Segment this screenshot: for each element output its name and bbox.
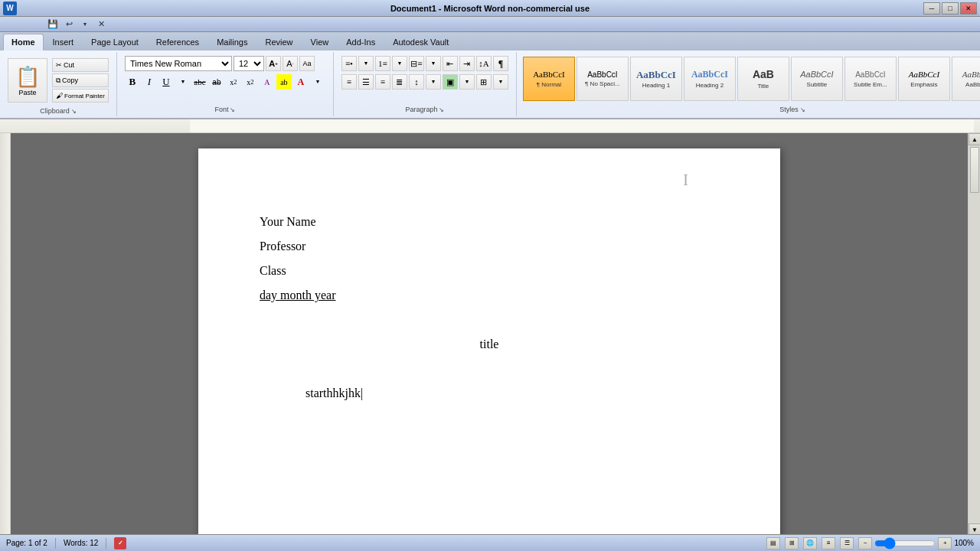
bullets-dropdown[interactable]: ▼ [358, 56, 374, 71]
font-grow-button[interactable]: A+ [266, 56, 281, 71]
more-underline-button[interactable]: ▼ [175, 74, 191, 90]
numbering-dropdown[interactable]: ▼ [392, 56, 407, 71]
view-draft-button[interactable]: ☰ [840, 537, 854, 549]
subscript-button[interactable]: x2 [226, 74, 241, 90]
view-print-button[interactable]: ▤ [766, 537, 780, 549]
styles-group: AaBbCcI ¶ Normal AaBbCcI ¶ No Spaci... A… [517, 52, 980, 116]
ribbon: Home Insert Page Layout References Maili… [0, 32, 980, 119]
borders-dropdown[interactable]: ▼ [493, 74, 508, 90]
style-heading2[interactable]: AaBbCcI Heading 2 [684, 57, 736, 101]
line-your-name[interactable]: Your Name [260, 210, 719, 234]
cut-button[interactable]: ✂ Cut [52, 58, 109, 72]
align-left-button[interactable]: ≡ [341, 74, 357, 90]
zoom-in-button[interactable]: + [938, 537, 952, 549]
font-format-row: B I U ▼ abc ab x2 x2 A ab A ▼ [125, 74, 325, 90]
tab-addins[interactable]: Add-Ins [338, 34, 384, 51]
tab-review[interactable]: Review [256, 34, 301, 51]
align-right-button[interactable]: ≡ [375, 74, 390, 90]
copy-label: Copy [62, 77, 78, 84]
zoom-out-button[interactable]: − [858, 537, 872, 549]
font-color-dropdown[interactable]: ▼ [310, 74, 325, 90]
qa-undo-dropdown[interactable]: ▼ [78, 18, 92, 31]
shading-button[interactable]: ▣ [443, 74, 458, 90]
strikethrough-button[interactable]: abc [192, 74, 207, 90]
word-proofing-icon[interactable]: ✓ [114, 537, 126, 549]
status-separator-1 [55, 538, 56, 549]
line-spacing-button[interactable]: ↕ [409, 74, 424, 90]
tab-references[interactable]: References [148, 34, 207, 51]
align-center-button[interactable]: ☰ [358, 74, 374, 90]
tab-view[interactable]: View [302, 34, 338, 51]
multilevel-dropdown[interactable]: ▼ [426, 56, 441, 71]
page-container[interactable]: I Your Name Professor Class day month ye… [11, 133, 968, 536]
tab-home[interactable]: Home [3, 34, 44, 51]
style-title[interactable]: AaB Title [737, 57, 789, 101]
clipboard-group-label: Clipboard ↘ [3, 106, 113, 116]
maximize-button[interactable]: □ [942, 2, 959, 15]
style-emphasis2[interactable]: AaBbCcI AaBbCcI [952, 57, 980, 101]
shading-dropdown[interactable]: ▼ [459, 74, 475, 90]
superscript-button[interactable]: x2 [243, 74, 258, 90]
clipboard-expand-icon[interactable]: ↘ [71, 108, 77, 115]
style-nospacing[interactable]: AaBbCcI ¶ No Spaci... [577, 57, 629, 101]
line-empty1[interactable] [260, 308, 719, 332]
borders-button[interactable]: ⊞ [476, 74, 492, 90]
highlight-button[interactable]: ab [276, 74, 292, 90]
style-subtle-em[interactable]: AaBbCcI Subtle Em... [844, 57, 897, 101]
line-spacing-dropdown[interactable]: ▼ [426, 74, 441, 90]
tab-page-layout[interactable]: Page Layout [83, 34, 147, 51]
format-painter-button[interactable]: 🖌 Format Painter [52, 89, 109, 103]
sort-button[interactable]: ↕A [476, 56, 492, 71]
font-family-select[interactable]: Times New Roman [125, 56, 232, 71]
qa-close-button[interactable]: ✕ [94, 18, 108, 31]
line-class[interactable]: Class [260, 259, 719, 283]
justify-button[interactable]: ≣ [392, 74, 407, 90]
numbering-button[interactable]: 1≡ [375, 56, 390, 71]
scroll-up-button[interactable]: ▲ [969, 133, 980, 145]
qa-undo-button[interactable]: ↩ [62, 18, 76, 31]
paragraph-expand-icon[interactable]: ↘ [439, 106, 444, 113]
tab-autodesk[interactable]: Autodesk Vault [384, 34, 457, 51]
close-button[interactable]: ✕ [960, 2, 977, 15]
decrease-indent-button[interactable]: ⇤ [443, 56, 458, 71]
italic-button[interactable]: I [142, 74, 157, 90]
view-fullscreen-button[interactable]: ⊞ [785, 537, 799, 549]
view-web-button[interactable]: 🌐 [803, 537, 817, 549]
multilevel-button[interactable]: ⊟≡ [409, 56, 424, 71]
clear-format-button[interactable]: Aa [299, 56, 315, 71]
increase-indent-button[interactable]: ⇥ [459, 56, 475, 71]
text-effect-button[interactable]: A [260, 74, 275, 90]
style-emphasis[interactable]: AaBbCcI Emphasis [898, 57, 950, 101]
scroll-track[interactable] [969, 145, 980, 523]
copy-button[interactable]: ⧉ Copy [52, 73, 109, 87]
line-title[interactable]: title [260, 332, 719, 357]
line-empty2[interactable] [260, 357, 719, 381]
style-heading1[interactable]: AaBbCcI Heading 1 [630, 57, 682, 101]
line-date[interactable]: day month year [260, 283, 719, 308]
styles-expand-icon[interactable]: ↘ [800, 106, 805, 113]
minimize-button[interactable]: ─ [923, 2, 940, 15]
underline-button[interactable]: U [158, 74, 174, 90]
zoom-slider[interactable] [874, 539, 936, 548]
line-body[interactable]: starthhkjhk [305, 381, 719, 406]
line-professor[interactable]: Professor [260, 234, 719, 259]
tab-mailings[interactable]: Mailings [208, 34, 256, 51]
bold-button[interactable]: B [125, 74, 140, 90]
style-subtitle[interactable]: AaBbCcI Subtitle [791, 57, 843, 101]
status-separator-2 [106, 538, 106, 549]
document-page[interactable]: I Your Name Professor Class day month ye… [198, 148, 780, 536]
font-color-button[interactable]: A [293, 74, 309, 90]
scroll-thumb[interactable] [970, 147, 979, 193]
style-normal[interactable]: AaBbCcI ¶ Normal [523, 57, 575, 101]
paste-button[interactable]: 📋 Paste [8, 58, 47, 103]
font-size-select[interactable]: 12 [234, 56, 264, 71]
qa-save-button[interactable]: 💾 [46, 18, 60, 31]
strikethrough2-button[interactable]: ab [209, 74, 224, 90]
show-hide-button[interactable]: ¶ [493, 56, 508, 71]
font-expand-icon[interactable]: ↘ [230, 106, 235, 113]
view-outline-button[interactable]: ≡ [822, 537, 835, 549]
tab-insert[interactable]: Insert [44, 34, 83, 51]
font-shrink-button[interactable]: A- [283, 56, 298, 71]
bullets-button[interactable]: ≡• [341, 56, 357, 71]
clipboard-group: 📋 Paste ✂ Cut ⧉ Copy 🖌 Format Painter [0, 52, 117, 116]
